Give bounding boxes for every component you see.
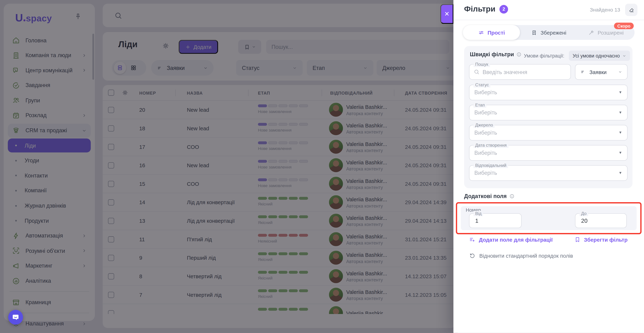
field-placeholder: Виберіть	[474, 150, 497, 156]
filter-field-created-date[interactable]: Дата створенняВиберіть▼	[469, 145, 628, 161]
filter-field-status[interactable]: СтатусВиберіть▼	[469, 85, 628, 100]
add-field-icon	[469, 236, 476, 243]
number-filter-group: Номер Від До	[461, 206, 636, 230]
field-label: Етап	[474, 102, 486, 108]
chat-widget-button[interactable]	[8, 310, 23, 325]
chevron-down-icon	[622, 54, 626, 58]
search-icon	[474, 69, 480, 75]
soon-badge: Скоро	[614, 23, 634, 29]
modal-overlay[interactable]	[0, 0, 454, 333]
wand-icon	[588, 29, 594, 36]
panel-search-input[interactable]	[482, 65, 569, 79]
filter-lines-icon	[580, 69, 586, 75]
sliders-icon	[478, 29, 484, 36]
restore-icon	[469, 252, 476, 259]
tab-saved[interactable]: Збережені	[520, 25, 577, 40]
caret-down-icon: ▼	[618, 90, 622, 94]
tab-simple[interactable]: Прості	[463, 25, 520, 40]
field-placeholder: Виберіть	[474, 89, 497, 96]
filters-title: Фільтри	[464, 5, 496, 14]
panel-entity-select[interactable]: Заявки	[575, 64, 628, 80]
add-filter-field-link[interactable]: Додати поле для фільтрації	[469, 236, 552, 243]
caret-down-icon: ▼	[618, 110, 622, 114]
chevron-down-icon	[618, 70, 622, 74]
field-label: Статус	[474, 82, 490, 88]
number-from-field[interactable]: Від	[469, 213, 522, 228]
info-icon[interactable]	[509, 194, 514, 199]
caret-down-icon: ▼	[618, 151, 622, 155]
quick-filters-title: Швидкі фільтри	[470, 51, 514, 58]
panel-search-field[interactable]: Пошук	[469, 64, 571, 80]
number-from-input[interactable]	[474, 217, 518, 224]
field-label: Від	[474, 211, 483, 216]
conditions-label: Умови фільтрації:	[524, 53, 564, 59]
restore-order-link[interactable]: Відновити стандартний порядок полів	[469, 252, 573, 259]
highlight-annotation: Номер Від До	[456, 202, 642, 234]
field-label: До	[580, 211, 588, 216]
caret-down-icon: ▼	[618, 130, 622, 135]
filter-tabs: Прості Збережені Розширені Скоро	[463, 25, 634, 40]
caret-down-icon: ▼	[618, 171, 622, 175]
eraser-icon	[628, 7, 634, 13]
number-to-input[interactable]	[580, 217, 623, 224]
info-icon[interactable]	[516, 52, 522, 57]
clear-filters-button[interactable]	[625, 4, 637, 16]
field-placeholder: Виберіть	[474, 130, 497, 136]
chat-icon	[12, 313, 20, 321]
field-label: Відповідальний	[474, 163, 508, 168]
additional-fields-title: Додаткові поля	[464, 193, 506, 199]
found-count: Знайдено 13	[590, 7, 620, 13]
filters-panel: Фільтри 2 Знайдено 13 Прості Збережені Р…	[454, 0, 644, 333]
close-icon: ✕	[444, 10, 450, 18]
quick-filters-section: Швидкі фільтри Умови фільтрації: Усі умо…	[464, 46, 632, 188]
filter-field-stage[interactable]: ЕтапВиберіть▼	[469, 105, 628, 121]
active-filters-badge: 2	[500, 5, 508, 13]
divider	[454, 20, 644, 20]
field-label: Дата створення	[474, 143, 508, 148]
number-to-field[interactable]: До	[575, 213, 627, 228]
filter-field-responsible[interactable]: ВідповідальнийВиберіть▼	[469, 165, 628, 181]
bookmark-icon	[574, 236, 580, 243]
save-filter-link[interactable]: Зберегти фільтр	[574, 236, 628, 243]
bookmark-check-icon	[531, 29, 537, 36]
field-placeholder: Виберіть	[474, 110, 497, 116]
field-label: Джерело	[474, 123, 495, 128]
field-placeholder: Виберіть	[474, 170, 497, 176]
app-root: Uspacy ГоловнаКомпанія та людиЦентр кому…	[0, 0, 644, 333]
filter-field-source[interactable]: ДжерелоВиберіть▼	[469, 125, 628, 141]
close-filters-button[interactable]: ✕	[440, 4, 454, 24]
conditions-select[interactable]: Усі умови одночасно	[569, 51, 630, 61]
